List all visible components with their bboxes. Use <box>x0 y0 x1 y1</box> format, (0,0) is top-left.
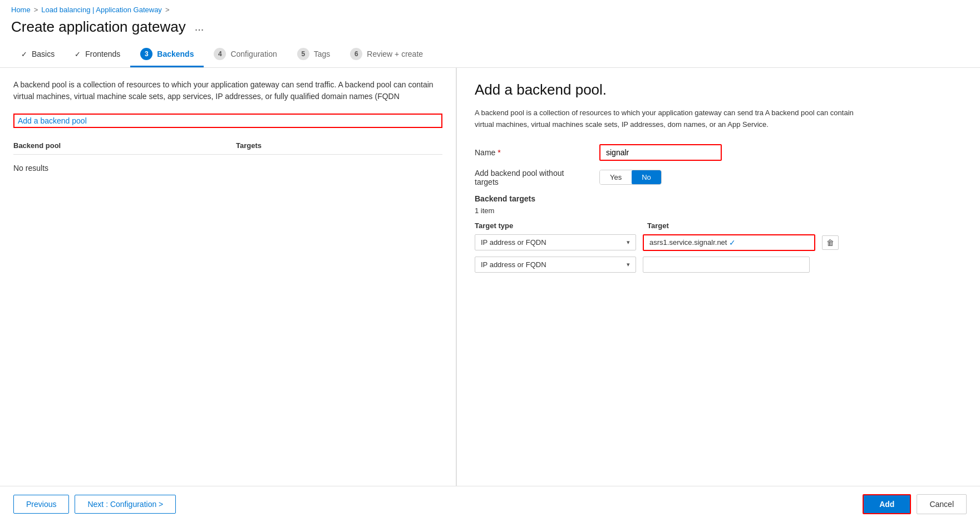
bottom-bar: Previous Next : Configuration > Add Canc… <box>0 486 980 522</box>
next-button[interactable]: Next : Configuration > <box>75 495 176 514</box>
tab-configuration-label: Configuration <box>230 50 277 58</box>
tab-backends-label: Backends <box>157 50 194 58</box>
breadcrumb-home[interactable]: Home <box>11 6 31 14</box>
target-header: Target <box>647 221 962 230</box>
name-input[interactable] <box>599 144 722 161</box>
main-content: A backend pool is a collection of resour… <box>0 68 980 486</box>
tab-tags[interactable]: 5 Tags <box>287 42 341 67</box>
backends-step-circle: 3 <box>140 48 152 60</box>
targets-header: Target type Target <box>475 221 962 230</box>
ellipsis-button[interactable]: ... <box>191 19 208 35</box>
name-row: Name * <box>475 144 962 161</box>
tab-basics[interactable]: ✓ Basics <box>11 44 65 66</box>
tab-review[interactable]: 6 Review + create <box>340 42 433 67</box>
bottom-bar-right: Add Cancel <box>863 494 967 514</box>
configuration-step-circle: 4 <box>214 48 226 60</box>
tab-tags-label: Tags <box>314 50 331 58</box>
tags-step-circle: 5 <box>297 48 309 60</box>
target-type-header: Target type <box>475 221 647 230</box>
required-star: * <box>498 148 500 157</box>
cancel-button[interactable]: Cancel <box>917 494 967 514</box>
toggle-area: Yes No <box>599 170 962 185</box>
breadcrumb: Home > Load balancing | Application Gate… <box>0 0 980 16</box>
target-row-2: IP address or FQDN ▾ <box>475 257 962 273</box>
target-input-box-1: asrs1.service.signalr.net ✓ <box>643 234 815 251</box>
tab-frontends[interactable]: ✓ Frontends <box>65 44 130 66</box>
tab-frontends-label: Frontends <box>85 50 120 58</box>
delete-row-1-button[interactable]: 🗑 <box>822 235 839 250</box>
chevron-down-icon-1: ▾ <box>627 239 630 246</box>
panel-description: A backend pool is a collection of resour… <box>475 107 864 131</box>
no-results: No results <box>13 155 442 181</box>
frontends-check-icon: ✓ <box>75 50 81 58</box>
basics-check-icon: ✓ <box>21 50 27 58</box>
col-targets-header: Targets <box>236 141 442 150</box>
target-value-1: asrs1.service.signalr.net <box>649 238 727 247</box>
target-type-dropdown-2[interactable]: IP address or FQDN ▾ <box>475 257 636 273</box>
tab-review-label: Review + create <box>367 50 423 58</box>
name-label: Name * <box>475 148 586 157</box>
tab-backends[interactable]: 3 Backends <box>130 42 204 67</box>
target-type-value-1: IP address or FQDN <box>481 238 546 247</box>
tab-configuration[interactable]: 4 Configuration <box>204 42 287 67</box>
breadcrumb-sep2: > <box>165 6 170 14</box>
backend-targets-label: Backend targets <box>475 194 962 203</box>
toggle-label: Add backend pool without targets <box>475 169 586 186</box>
table-header: Backend pool Targets <box>13 137 442 155</box>
previous-button[interactable]: Previous <box>13 495 69 514</box>
breadcrumb-load-balancing[interactable]: Load balancing | Application Gateway <box>41 6 162 14</box>
add-backend-pool-link[interactable]: Add a backend pool <box>14 115 90 127</box>
toggle-group: Yes No <box>599 170 662 185</box>
chevron-down-icon-2: ▾ <box>627 261 630 268</box>
breadcrumb-sep1: > <box>34 6 38 14</box>
target-row-1: IP address or FQDN ▾ asrs1.service.signa… <box>475 234 962 251</box>
name-control-area <box>599 144 962 161</box>
valid-check-icon-1: ✓ <box>729 238 736 247</box>
target-input-2[interactable] <box>643 257 810 273</box>
item-count: 1 item <box>475 206 962 215</box>
add-backend-pool-wrapper: Add a backend pool <box>13 114 442 128</box>
toggle-no[interactable]: No <box>632 170 661 184</box>
toggle-row: Add backend pool without targets Yes No <box>475 169 962 186</box>
target-type-dropdown-1[interactable]: IP address or FQDN ▾ <box>475 234 636 250</box>
target-type-value-2: IP address or FQDN <box>481 260 546 269</box>
toggle-yes[interactable]: Yes <box>600 170 632 184</box>
right-panel: Add a backend pool. A backend pool is a … <box>457 68 980 486</box>
bottom-bar-left: Previous Next : Configuration > <box>13 495 176 514</box>
page-title: Create application gateway <box>11 18 186 36</box>
panel-title: Add a backend pool. <box>475 81 962 99</box>
left-description: A backend pool is a collection of resour… <box>13 79 442 102</box>
col-pool-header: Backend pool <box>13 141 236 150</box>
tab-basics-label: Basics <box>32 50 55 58</box>
left-panel: A backend pool is a collection of resour… <box>0 68 456 486</box>
wizard-tabs: ✓ Basics ✓ Frontends 3 Backends 4 Config… <box>0 42 980 68</box>
review-step-circle: 6 <box>350 48 362 60</box>
add-button[interactable]: Add <box>863 494 911 514</box>
page-header: Create application gateway ... <box>0 16 980 42</box>
